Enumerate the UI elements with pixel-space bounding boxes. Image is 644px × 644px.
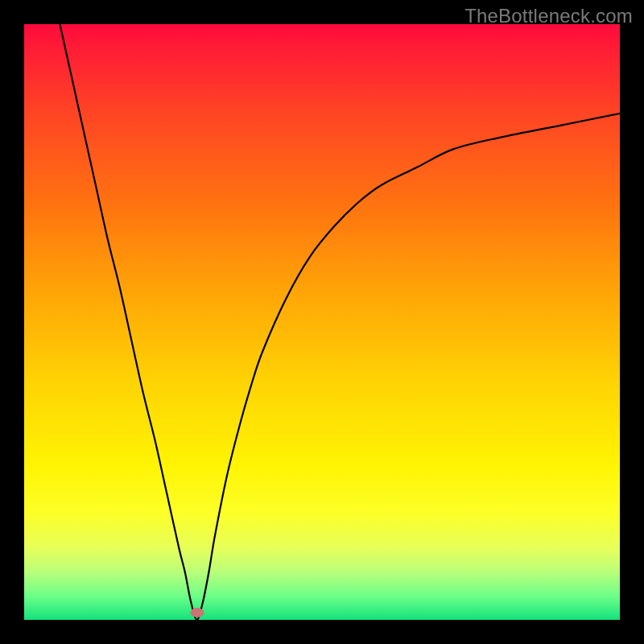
- minimum-marker: [190, 608, 204, 617]
- curve-svg: [24, 24, 620, 620]
- chart-frame: TheBottleneck.com: [0, 0, 644, 644]
- watermark-text: TheBottleneck.com: [464, 5, 633, 27]
- plot-area: [24, 24, 620, 620]
- bottleneck-curve: [60, 24, 620, 620]
